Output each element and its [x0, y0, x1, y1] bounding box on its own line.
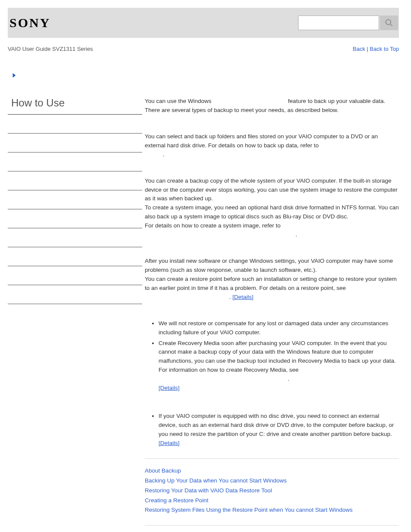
sidebar-item[interactable]	[8, 134, 142, 152]
related-link[interactable]: About Backup	[145, 467, 399, 476]
details-link[interactable]: [Details]	[233, 294, 254, 300]
related-link[interactable]: Restoring System Files Using the Restore…	[145, 506, 399, 515]
related-link[interactable]: Creating a Restore Point	[145, 496, 399, 505]
sidebar-item[interactable]	[8, 285, 142, 304]
hint-list: If your VAIO computer is equipped with n…	[145, 412, 399, 448]
list-item: We will not restore or compensate for an…	[159, 319, 399, 337]
sidebar-item[interactable]	[8, 266, 142, 285]
body-text: For information on how to create Recover…	[159, 367, 299, 373]
sidebar-title: How to Use	[8, 97, 142, 115]
body-text: .	[229, 294, 233, 300]
body-text: To create a system image, you need an op…	[145, 203, 399, 221]
search-input[interactable]	[298, 16, 379, 30]
body-text: You can create a restore point before su…	[145, 276, 397, 291]
back-to-top-link[interactable]: Back to Top	[370, 46, 399, 52]
breadcrumb-arrow	[11, 72, 411, 80]
body-text: Create Recovery Media soon after purchas…	[159, 340, 396, 364]
body-text: After you install new software or change…	[145, 257, 399, 275]
sidebar: How to Use	[8, 97, 142, 532]
header-bar: SONY	[8, 8, 399, 38]
guide-title: VAIO User Guide SVZ1311 Series	[8, 46, 93, 52]
list-item: If your VAIO computer is equipped with n…	[159, 412, 399, 448]
intro-text: You can use the Windows	[145, 98, 213, 104]
sub-header: VAIO User Guide SVZ1311 Series Back | Ba…	[8, 46, 399, 54]
sidebar-item[interactable]	[8, 247, 142, 266]
chevron-right-icon	[11, 72, 17, 78]
divider	[145, 458, 399, 459]
sidebar-item[interactable]	[8, 209, 142, 228]
back-link[interactable]: Back	[353, 46, 365, 52]
search-icon	[385, 19, 393, 27]
list-item: Create Recovery Media soon after purchas…	[159, 339, 399, 393]
intro-text: feature to back up your valuable data.	[286, 98, 386, 104]
sidebar-item[interactable]	[8, 152, 142, 171]
search-button[interactable]	[380, 16, 398, 30]
body-text: If your VAIO computer is equipped with n…	[159, 413, 394, 437]
sidebar-item[interactable]	[8, 115, 142, 134]
sidebar-item[interactable]	[8, 228, 142, 247]
sony-logo: SONY	[9, 16, 50, 30]
details-link[interactable]: [Details]	[159, 385, 180, 391]
body-text: You can select and back up folders and f…	[145, 133, 378, 149]
body-text: .	[296, 231, 297, 238]
sidebar-item[interactable]	[8, 171, 142, 190]
details-link[interactable]: [Details]	[159, 440, 180, 446]
related-link[interactable]: Backing Up Your Data when You cannot Sta…	[145, 476, 399, 485]
body-text: For details on how to create a system im…	[145, 222, 280, 229]
note-list: We will not restore or compensate for an…	[145, 319, 399, 393]
related-topics: About Backup Backing Up Your Data when Y…	[145, 467, 399, 515]
body-text: .	[163, 151, 165, 158]
intro-text: There are several types of backup to mee…	[145, 106, 399, 115]
body-text: .	[288, 376, 290, 382]
separator: |	[365, 46, 370, 52]
sidebar-item[interactable]	[8, 190, 142, 209]
svg-point-0	[386, 20, 391, 25]
main-content: You can use the Windows feature to back …	[142, 97, 399, 532]
svg-line-1	[390, 24, 392, 26]
related-link[interactable]: Restoring Your Data with VAIO Data Resto…	[145, 486, 399, 495]
body-text: You can create a backup copy of the whol…	[145, 177, 399, 204]
divider	[145, 525, 399, 526]
